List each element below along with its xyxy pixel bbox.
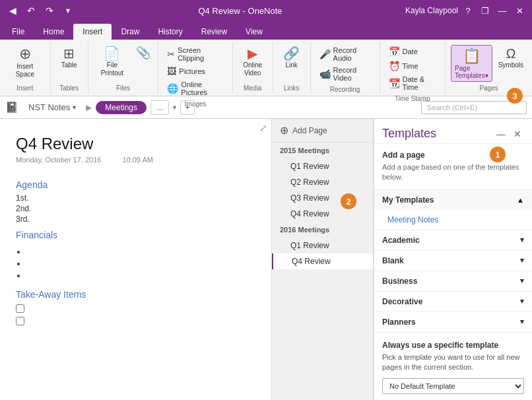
notebook-name-button[interactable]: NST Notes ▾ (22, 99, 82, 116)
my-templates-title: My Templates (382, 195, 434, 205)
ribbon-group-recording: 🎤 Record Audio 📹 Record Video Recording (311, 42, 380, 93)
screen-clipping-button[interactable]: ✂ Screen Clipping (164, 45, 226, 63)
more-tabs-button[interactable]: ... (150, 100, 169, 115)
ribbon-group-tables-label: Tables (59, 82, 79, 93)
business-category[interactable]: Business ▾ (374, 271, 532, 291)
ribbon-group-insert: ⊕ Insert Space Insert (0, 42, 51, 93)
ribbon-group-media: ▶ OnlineVideo Media (233, 42, 273, 93)
blank-category[interactable]: Blank ▾ (374, 250, 532, 271)
page-q4-review-active[interactable]: Q4 Review (272, 253, 373, 269)
online-pictures-button[interactable]: 🌐 Online Pictures (164, 79, 226, 98)
ribbon-group-links-label: Links (284, 82, 299, 93)
date-time-icon: 📆 (389, 78, 400, 88)
restore-button[interactable]: ❐ (478, 3, 492, 18)
my-templates-toggle[interactable]: My Templates ▲ (374, 190, 532, 210)
add-page-icon: ⊕ (280, 124, 288, 137)
section-header-2015: 2015 Meetings (272, 143, 373, 158)
expand-button[interactable]: ⤢ (259, 123, 267, 133)
table-button[interactable]: ⊞ Table (56, 45, 83, 71)
ribbon-group-tables: ⊞ Table Tables (51, 42, 88, 93)
symbols-icon: Ω (506, 47, 515, 60)
insert-space-button[interactable]: ⊕ Insert Space (5, 45, 45, 81)
page-templates-button[interactable]: 📋 PageTemplates▾ (451, 45, 492, 82)
tab-file[interactable]: File (3, 24, 34, 40)
help-button[interactable]: ? (461, 3, 475, 18)
link-button[interactable]: 🔗 Link (279, 45, 305, 71)
my-templates-chevron-icon: ▲ (517, 196, 524, 204)
checkbox-item-2 (0, 315, 271, 327)
my-templates-content: Meeting Notes (374, 210, 532, 230)
meeting-notes-template[interactable]: Meeting Notes (374, 213, 532, 227)
online-video-label: OnlineVideo (243, 61, 262, 77)
notebook-bar: 📓 NST Notes ▾ ▶ Meetings ... ▾ + Search … (0, 96, 532, 119)
time-label: Time (403, 62, 418, 70)
title-bar-left: ◀ ↶ ↷ ▼ (5, 3, 75, 18)
tab-view[interactable]: View (236, 24, 272, 40)
time-button[interactable]: ⏰ Time (385, 59, 440, 73)
date-button[interactable]: 📅 Date (385, 45, 440, 58)
ribbon-group-media-label: Media (244, 82, 261, 93)
close-button[interactable]: ✕ (512, 3, 527, 18)
add-tab-button[interactable]: + (180, 100, 195, 115)
tab-review[interactable]: Review (192, 24, 236, 40)
checkbox-1[interactable] (16, 304, 24, 313)
meetings-tab[interactable]: Meetings (96, 101, 147, 114)
tab-home[interactable]: Home (34, 24, 73, 40)
redo-icon[interactable]: ↷ (42, 3, 57, 18)
file-printout-button[interactable]: 📄 File Printout (94, 45, 131, 79)
page-list: ⊕ Add Page 2015 Meetings Q1 Review Q2 Re… (271, 119, 374, 400)
file-printout-icon: 📄 (104, 47, 120, 60)
time-icon: ⏰ (389, 61, 400, 71)
record-audio-button[interactable]: 🎤 Record Audio (316, 45, 374, 63)
record-audio-icon: 🎤 (319, 49, 331, 59)
panel-close-button[interactable]: ✕ (511, 127, 524, 141)
default-template-select[interactable]: No Default Template (382, 378, 524, 394)
record-video-icon: 📹 (319, 69, 331, 79)
back-icon[interactable]: ◀ (5, 3, 20, 18)
record-video-button[interactable]: 📹 Record Video (316, 65, 374, 83)
academic-category[interactable]: Academic ▾ (374, 230, 532, 250)
title-bar-right: Kayla Claypool ? ❐ — ✕ (405, 3, 527, 18)
undo-icon[interactable]: ↶ (24, 3, 38, 18)
file-attach-icon: 📎 (136, 47, 150, 59)
financials-item-2 (26, 257, 255, 269)
tab-draw[interactable]: Draw (112, 24, 149, 40)
panel-collapse-button[interactable]: — (494, 127, 508, 141)
table-icon: ⊞ (63, 47, 75, 60)
add-page-button[interactable]: ⊕ Add Page (272, 119, 373, 143)
decorative-chevron-icon: ▾ (520, 297, 524, 306)
academic-chevron-icon: ▾ (520, 236, 524, 244)
page-q4-2015[interactable]: Q4 Review (272, 206, 373, 222)
agenda-item-2: 2nd. (16, 203, 255, 214)
ribbon-group-files: 📄 File Printout 📎 Files (88, 42, 159, 93)
date-time-button[interactable]: 📆 Date & Time (385, 74, 440, 92)
minimize-button[interactable]: — (495, 3, 510, 18)
always-use-section: Always use a specific template Pick a te… (374, 332, 532, 400)
page-q3-2015[interactable]: Q3 Review (272, 190, 373, 206)
online-video-button[interactable]: ▶ OnlineVideo (238, 45, 267, 79)
badge-1: 1 (490, 147, 506, 162)
page-q2-2015[interactable]: Q2 Review (272, 174, 373, 190)
financials-item-3 (26, 269, 255, 281)
tab-history[interactable]: History (149, 24, 191, 40)
planners-chevron-icon: ▾ (520, 317, 524, 326)
always-use-desc: Pick a template you want to use for all … (382, 352, 524, 373)
checkbox-item-1 (0, 302, 271, 315)
checkbox-2[interactable] (16, 317, 24, 325)
file-attach-button[interactable]: 📎 (133, 45, 152, 61)
symbols-button[interactable]: Ω Symbols (495, 45, 527, 71)
agenda-item-1: 1st. (16, 193, 255, 203)
ribbon-group-pages-label: Pages (479, 82, 498, 93)
ribbon-group-images: ✂ Screen Clipping 🖼 Pictures 🌐 Online Pi… (158, 42, 232, 93)
tab-insert[interactable]: Insert (73, 24, 112, 40)
pictures-label: Pictures (179, 67, 205, 75)
page-q1-2015[interactable]: Q1 Review (272, 158, 373, 174)
ribbon-group-recording-label: Recording (330, 83, 360, 94)
decorative-category[interactable]: Decorative ▾ (374, 291, 532, 312)
pictures-button[interactable]: 🖼 Pictures (164, 65, 226, 78)
pin-icon[interactable]: ▼ (61, 3, 75, 18)
badge-2: 2 (341, 193, 356, 209)
main-area: ⤢ Q4 Review Monday, October 17, 2016 10:… (0, 119, 532, 400)
page-q1-2016[interactable]: Q1 Review (272, 238, 373, 253)
planners-category[interactable]: Planners ▾ (374, 312, 532, 332)
